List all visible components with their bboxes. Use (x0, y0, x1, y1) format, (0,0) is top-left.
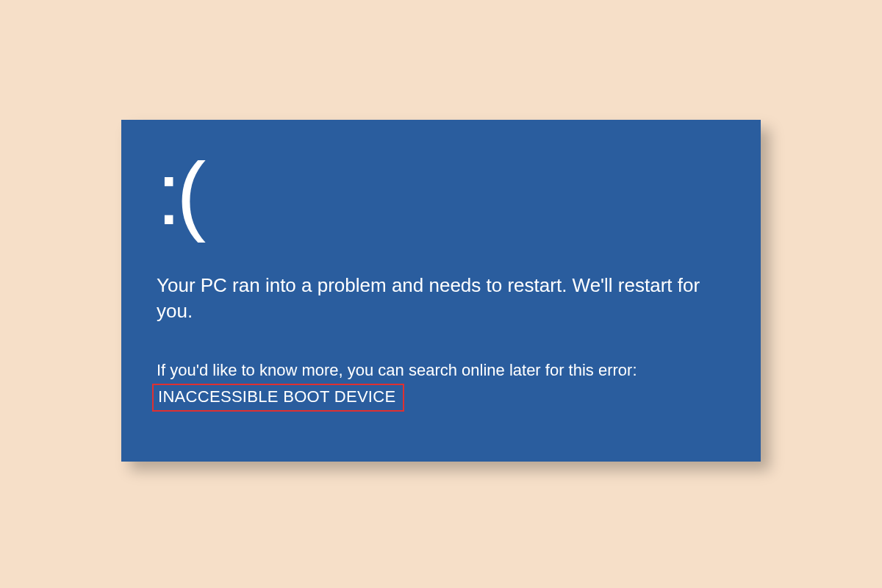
bsod-window: :( Your PC ran into a problem and needs … (121, 120, 761, 462)
error-code: INACCESSIBLE BOOT DEVICE (158, 387, 395, 406)
main-message: Your PC ran into a problem and needs to … (157, 273, 700, 324)
sad-face-icon: :( (157, 149, 725, 237)
error-code-highlight: INACCESSIBLE BOOT DEVICE (152, 384, 404, 412)
sub-message: If you'd like to know more, you can sear… (157, 359, 725, 381)
